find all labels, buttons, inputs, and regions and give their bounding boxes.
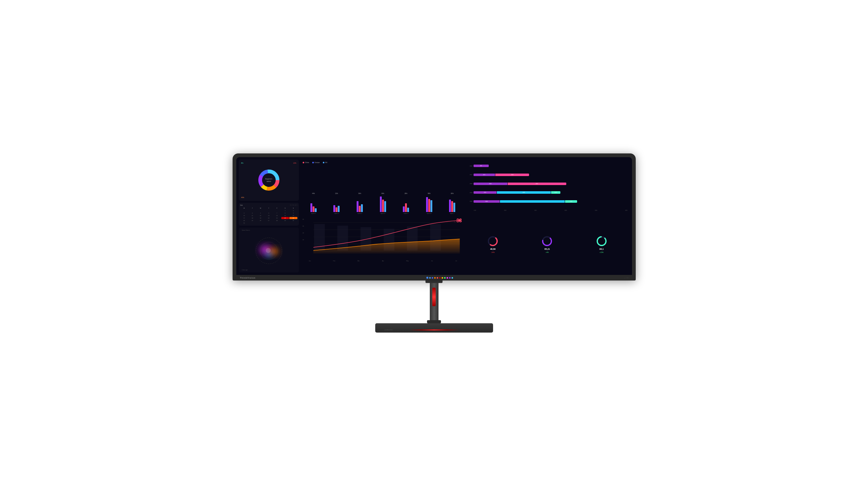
seg-2016-1: 842 xyxy=(473,165,489,167)
opt1-pct: 44% xyxy=(312,193,315,194)
taskbar-icon-10[interactable] xyxy=(449,277,451,279)
opt2-pct: 23% xyxy=(335,193,338,194)
chart-legend: China Europe NA xyxy=(303,161,463,163)
kpi2-change: +4% xyxy=(546,251,549,253)
taskbar-icon-5[interactable] xyxy=(437,277,438,279)
seg-2020-1: 1894 xyxy=(473,200,500,203)
opt5-pct: 28% xyxy=(405,193,407,194)
opt3-bar3 xyxy=(361,204,363,212)
year-2017: 2017 xyxy=(467,174,473,175)
hbar-2016: 2016 842 xyxy=(467,165,628,167)
opt6-bar1 xyxy=(426,197,428,212)
stand-neck xyxy=(430,283,438,320)
taskbar-icon-4[interactable] xyxy=(434,277,436,279)
line-chart-svg xyxy=(303,218,463,258)
legend-china: China xyxy=(303,161,309,163)
y-label-40: 40 xyxy=(303,232,304,234)
hbar-container: 2016 842 2017 1321 2240 xyxy=(467,161,628,214)
stand-base: LENOVO xyxy=(375,323,493,332)
hbar-track-2016: 842 xyxy=(473,165,628,167)
kpi2-svg xyxy=(541,235,553,247)
opt1-name: Option 1 xyxy=(311,213,316,214)
option-2: 23% Option 2 xyxy=(326,193,348,214)
china-dot xyxy=(303,162,304,163)
opt7-bar2 xyxy=(451,201,453,212)
seg-2020-3: 5728 xyxy=(565,200,578,203)
europe-dot xyxy=(312,162,314,163)
hbar-2019: 2019 1620 4560 5279 xyxy=(467,191,628,194)
opt2-bars xyxy=(333,195,340,212)
opt2-bar3 xyxy=(338,206,340,212)
option-3: 56% Option 3 xyxy=(349,193,371,214)
monitor-screen: 8% 12% Segmen- tation xyxy=(236,157,632,275)
taskbar-icon-6[interactable] xyxy=(439,277,441,279)
stand-red-accent xyxy=(432,288,436,306)
blob-widget: Option Factors xyxy=(239,227,299,272)
seg-2019-1: 1620 xyxy=(473,191,497,194)
opt3-name: Option 3 xyxy=(357,213,362,214)
dashboard: 8% 12% Segmen- tation xyxy=(236,157,632,275)
opt7-bars xyxy=(449,195,455,212)
opt3-bars xyxy=(356,195,363,212)
stand-top-connector xyxy=(426,281,442,283)
opt4-bar2 xyxy=(382,200,384,212)
blob-svg xyxy=(244,233,294,267)
taskbar-icon-11[interactable] xyxy=(452,277,453,279)
monitor-taskbar: ThinkVision — □ ✕ xyxy=(236,275,632,281)
opt7-name: Option 7 xyxy=(450,213,455,214)
kpi1-svg xyxy=(487,235,498,247)
score-arrow: → xyxy=(454,220,456,223)
kpi-2: 65,21 +4% xyxy=(541,235,553,253)
taskbar-icon-3[interactable] xyxy=(432,277,433,279)
x-mar: Mar xyxy=(358,260,360,262)
option-4: 99% Option 4 xyxy=(372,193,394,214)
taskbar-icons xyxy=(426,277,453,279)
opt1-bar2 xyxy=(313,206,314,212)
taskbar-icon-1[interactable] xyxy=(426,277,428,279)
x-axis-labels: Jan Feb Mar Apr May Jun Jul xyxy=(303,260,463,262)
svg-rect-21 xyxy=(337,226,348,251)
year-2016: 2016 xyxy=(467,165,473,167)
hbar-track-2017: 1321 2240 xyxy=(473,173,628,176)
base-logo: LENOVO xyxy=(384,329,393,331)
taskbar-icon-9[interactable] xyxy=(446,277,448,279)
opt7-pct: 80% xyxy=(451,193,454,194)
kpi1-change: -14% xyxy=(491,251,495,253)
donut-chart-svg: Segmen- tation xyxy=(256,168,281,192)
x-apr: Apr xyxy=(382,260,384,262)
horizontal-bar-chart: 2016 842 2017 1321 2240 xyxy=(465,160,629,216)
opt4-bars xyxy=(380,195,386,212)
opt4-bar1 xyxy=(380,196,382,212)
taskbar-icon-7[interactable] xyxy=(442,277,443,279)
hbar-2020: 2020 1894 5728 xyxy=(467,200,628,203)
kpi-3: 86,1 +23% xyxy=(596,235,607,253)
opt1-bar1 xyxy=(310,203,312,212)
donut-pct-tl: 8% xyxy=(241,162,243,164)
kpi1-value: 46,98 xyxy=(490,248,496,250)
taskbar-icon-8[interactable] xyxy=(444,277,446,279)
y-label-60: 60 xyxy=(303,225,304,227)
x-feb: Feb xyxy=(333,260,335,262)
seg-2018-1: 2603 xyxy=(473,183,507,185)
donut-widget: 8% 12% Segmen- tation xyxy=(239,160,299,201)
y-label-80: 80 xyxy=(303,219,304,220)
opt3-pct: 56% xyxy=(358,193,361,194)
opt1-bar3 xyxy=(315,208,317,212)
opt5-bar1 xyxy=(403,206,405,212)
monitor-container: 8% 12% Segmen- tation xyxy=(232,154,636,332)
option-6: 98% Option 6 xyxy=(418,193,440,214)
opt6-bar2 xyxy=(428,199,430,212)
monitor-stand xyxy=(426,281,442,323)
opt7-bar1 xyxy=(449,200,451,212)
opt3-bar1 xyxy=(356,201,359,212)
taskbar-icon-2[interactable] xyxy=(429,277,431,279)
opt2-bar1 xyxy=(333,205,335,212)
opt6-bars xyxy=(426,195,432,212)
opt7-bar3 xyxy=(454,203,455,212)
hbar-track-2018: 2603 4201 xyxy=(473,183,628,185)
year-2018: 2018 xyxy=(467,183,473,185)
kpi3-donut xyxy=(596,235,607,247)
opt6-bar3 xyxy=(430,200,432,212)
seg-2017-1: 1321 xyxy=(473,173,495,176)
seg-2020-2 xyxy=(500,200,565,203)
